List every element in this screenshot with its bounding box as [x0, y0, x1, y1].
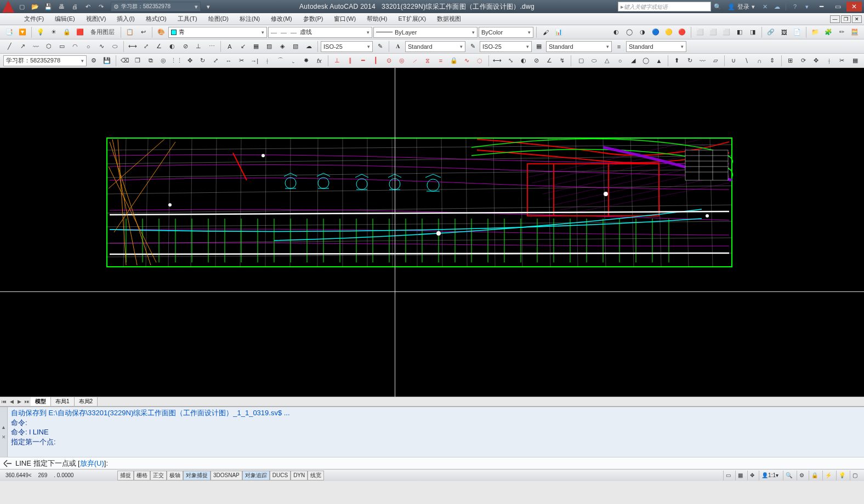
cmd-close-icon[interactable]: ✕ [2, 434, 6, 440]
view-3d-icon[interactable]: ◨ [747, 26, 759, 38]
menu-draw[interactable]: 绘图(D) [203, 13, 234, 25]
gc-concentric-icon[interactable]: ◎ [396, 55, 408, 67]
trim-icon[interactable]: ✂ [236, 55, 248, 67]
dc-diameter-icon[interactable]: ⊘ [530, 55, 542, 67]
xref-icon[interactable]: 🔗 [765, 26, 777, 38]
model-paper-toggle[interactable]: ▭ [723, 471, 733, 480]
toggle-ducs[interactable]: DUCS [270, 471, 291, 480]
color-combo[interactable]: 青 ▾ [168, 27, 267, 38]
new-icon[interactable]: ▢ [16, 1, 27, 12]
table-icon[interactable]: ▦ [250, 41, 262, 53]
realistic-icon[interactable]: 🔵 [650, 26, 662, 38]
tool-palette-icon[interactable]: 🧩 [822, 26, 834, 38]
stretch-icon[interactable]: ↔ [223, 55, 235, 67]
dc-linear-icon[interactable]: ⟷ [492, 55, 504, 67]
arc-icon[interactable]: ◠ [69, 41, 81, 53]
menu-edit[interactable]: 编辑(E) [49, 13, 81, 25]
loft-icon[interactable]: ▱ [710, 55, 722, 67]
quick-view-icon[interactable]: ▦ [735, 471, 745, 480]
dimcont-icon[interactable]: ⋯ [206, 41, 218, 53]
mlstyle-icon[interactable]: ≡ [613, 41, 625, 53]
solid-cyl-icon[interactable]: ⬭ [588, 55, 600, 67]
region-icon[interactable]: ◈ [276, 41, 288, 53]
view-top-icon[interactable]: ⬜ [694, 26, 706, 38]
mtext-icon[interactable]: A [224, 41, 236, 53]
gc-symmetric-icon[interactable]: ⧖ [422, 55, 434, 67]
toggle-snap[interactable]: 捕捉 [117, 471, 134, 480]
lineweight-combo[interactable]: ByLayer ▾ [373, 27, 478, 38]
clean-screen-icon[interactable]: ▢ [850, 471, 860, 480]
anno-scale[interactable]: 👤 1:1 ▾ [759, 471, 781, 480]
explode-icon[interactable]: ✸ [300, 55, 312, 67]
solid-torus-icon[interactable]: ◯ [640, 55, 652, 67]
layer-on-icon[interactable]: 💡 [35, 26, 47, 38]
tab-layout2[interactable]: 布局2 [75, 397, 98, 406]
3dalign-icon[interactable]: ⊞ [785, 55, 797, 67]
save-icon[interactable]: 💾 [43, 1, 54, 12]
gc-perpendicular-icon[interactable]: ⊥ [331, 55, 343, 67]
dimord-icon[interactable]: ⊥ [192, 41, 204, 53]
textstyle-combo[interactable]: Standard▾ [405, 41, 465, 52]
view-front-icon[interactable]: ⬜ [707, 26, 719, 38]
view-side-icon[interactable]: ⬜ [720, 26, 732, 38]
help-icon[interactable]: ? [789, 2, 800, 12]
print-icon[interactable]: 🖨 [69, 1, 80, 12]
wireframe-icon[interactable]: ◯ [623, 26, 635, 38]
toggle-grid[interactable]: 栅格 [134, 471, 150, 480]
view-iso-icon[interactable]: ◧ [734, 26, 746, 38]
dc-radial-icon[interactable]: ◐ [518, 55, 530, 67]
3drotate-icon[interactable]: ⟳ [797, 55, 809, 67]
gc-tangent-icon[interactable]: ⊙ [383, 55, 395, 67]
gc-parallel-icon[interactable]: ∥ [344, 55, 356, 67]
command-lines[interactable]: 自动保存到 E:\自动保存\33201(3229N)综采工作面图（工作面设计图）… [8, 407, 864, 457]
tab-prev-icon[interactable]: ◀ [8, 398, 15, 405]
anno-vis-icon[interactable]: 🔍 [783, 471, 794, 480]
hw-accel-icon[interactable]: ⚡ [822, 471, 834, 480]
wipeout-icon[interactable]: ▧ [289, 41, 302, 53]
circle-icon[interactable]: ○ [82, 41, 94, 53]
toggle-osnap[interactable]: 对象捕捉 [183, 471, 211, 480]
shade-icon[interactable]: ◐ [610, 26, 622, 38]
menu-etext[interactable]: ET扩展(X) [393, 13, 431, 25]
conceptual-icon[interactable]: 🟡 [663, 26, 675, 38]
solid-sphere-icon[interactable]: ○ [614, 55, 626, 67]
menu-help[interactable]: 帮助(H) [361, 13, 393, 25]
slice-icon[interactable]: ✂ [836, 55, 848, 67]
solid-box-icon[interactable]: ▢ [575, 55, 587, 67]
tab-layout1[interactable]: 布局1 [51, 397, 75, 406]
tab-last-icon[interactable]: ⏭ [23, 398, 31, 405]
extrude-icon[interactable]: ⬆ [671, 55, 683, 67]
ws-switch-icon[interactable]: ⚙ [797, 471, 806, 480]
solid-pyramid-icon[interactable]: ▲ [653, 55, 665, 67]
app-logo-icon[interactable] [2, 1, 14, 13]
cmd-scroll-up-icon[interactable]: ▲ [1, 425, 6, 430]
dimstyle-combo[interactable]: ISO-25▾ [321, 41, 373, 52]
gc-vertical-icon[interactable]: ┃ [370, 55, 382, 67]
presspull-icon[interactable]: ⇕ [766, 55, 778, 67]
revcloud-icon[interactable]: ☁ [303, 41, 315, 53]
dimstyle-edit-icon[interactable]: ✎ [374, 41, 386, 53]
menu-dimension[interactable]: 标注(N) [234, 13, 265, 25]
menu-format[interactable]: 格式(O) [140, 13, 172, 25]
redo-icon[interactable]: ↷ [95, 1, 106, 12]
subtract-icon[interactable]: ∖ [741, 55, 753, 67]
gc-smooth-icon[interactable]: ∿ [461, 55, 473, 67]
mdi-min-button[interactable]: — [830, 15, 840, 23]
menu-modify[interactable]: 修改(M) [265, 13, 298, 25]
pline-icon[interactable]: 〰 [30, 41, 42, 53]
dimlin-icon[interactable]: ⟷ [127, 41, 139, 53]
tablestyle-icon[interactable]: ▦ [533, 41, 545, 53]
section-icon[interactable]: ⟊ [823, 55, 835, 67]
ws-save-icon[interactable]: 💾 [101, 55, 113, 67]
union-icon[interactable]: ∪ [727, 55, 740, 67]
color-select-icon[interactable]: 🎨 [155, 26, 167, 38]
linetype-combo[interactable]: — — — 虚线 ▾ [268, 27, 372, 38]
lock-ui-icon[interactable]: 🔒 [809, 471, 820, 480]
line-icon[interactable]: ╱ [3, 41, 15, 53]
dimdia-icon[interactable]: ⊘ [179, 41, 191, 53]
toggle-polar[interactable]: 极轴 [167, 471, 183, 480]
layer-props-icon[interactable]: 📑 [3, 26, 15, 38]
menu-parametric[interactable]: 参数(P) [298, 13, 329, 25]
chamfer-icon[interactable]: ⦦ [287, 55, 299, 67]
coords-display[interactable]: 360.6449< 269 . 0.0000 [2, 472, 117, 478]
